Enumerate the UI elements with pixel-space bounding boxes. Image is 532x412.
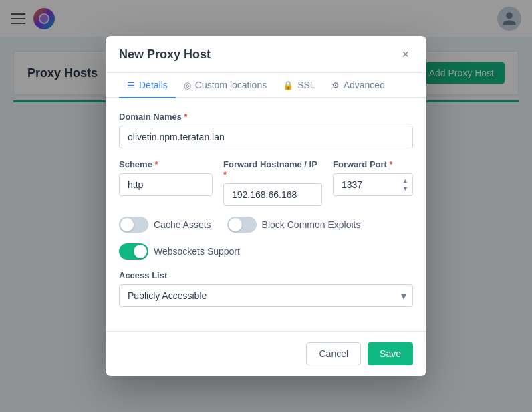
cache-assets-label: Cache Assets (154, 219, 211, 230)
access-list-select-wrapper: Publicly Accessible (119, 284, 413, 307)
required-indicator: * (184, 112, 188, 122)
websockets-toggle-item: Websockets Support (119, 243, 240, 260)
tab-advanced[interactable]: ⚙ Advanced (323, 73, 393, 98)
details-tab-icon: ☰ (127, 80, 135, 90)
domain-names-group: Domain Names * (119, 112, 413, 148)
scheme-label: Scheme * (119, 159, 213, 169)
tab-custom-locations[interactable]: ◎ Custom locations (176, 73, 275, 98)
modal-body: Domain Names * Scheme * Forward Hostname (106, 98, 426, 331)
modal-title: New Proxy Host (119, 47, 211, 62)
tab-ssl-label: SSL (297, 80, 315, 90)
forward-hostname-input[interactable] (223, 183, 322, 206)
modal-footer: Cancel Save (106, 331, 426, 376)
port-increment[interactable]: ▲ (400, 177, 410, 185)
port-arrows: ▲ ▼ (400, 177, 410, 193)
block-exploits-label: Block Common Exploits (262, 219, 361, 230)
access-list-label: Access List (119, 270, 413, 280)
websockets-toggle[interactable] (119, 243, 148, 260)
websockets-label: Websockets Support (154, 246, 240, 257)
toggles-row-1: Cache Assets Block Common Exploits (119, 217, 413, 233)
cache-assets-toggle[interactable] (119, 217, 148, 233)
port-decrement[interactable]: ▼ (400, 185, 410, 193)
forward-port-label: Forward Port * (333, 159, 413, 169)
custom-locations-tab-icon: ◎ (184, 80, 191, 90)
modal-overlay: New Proxy Host × ☰ Details ◎ Custom loca… (0, 0, 532, 412)
access-list-group: Access List Publicly Accessible (119, 270, 413, 307)
block-exploits-toggle[interactable] (227, 217, 257, 233)
cache-assets-toggle-item: Cache Assets (119, 217, 211, 233)
close-button[interactable]: × (398, 47, 413, 62)
block-exploits-toggle-item: Block Common Exploits (227, 217, 361, 233)
connection-fields-row: Scheme * Forward Hostname / IP * Forward… (119, 159, 413, 206)
toggles-row-2: Websockets Support (119, 243, 413, 260)
access-list-select[interactable]: Publicly Accessible (119, 284, 413, 307)
scheme-input[interactable] (119, 173, 213, 196)
tab-details[interactable]: ☰ Details (119, 73, 176, 98)
tab-advanced-label: Advanced (344, 80, 385, 90)
forward-hostname-col: Forward Hostname / IP * (223, 159, 322, 206)
tab-custom-locations-label: Custom locations (195, 80, 267, 90)
scheme-col: Scheme * (119, 159, 213, 206)
tab-ssl[interactable]: 🔒 SSL (275, 73, 323, 98)
forward-port-wrapper: ▲ ▼ (333, 173, 413, 196)
cancel-button[interactable]: Cancel (306, 342, 361, 365)
ssl-tab-icon: 🔒 (283, 80, 293, 90)
new-proxy-host-modal: New Proxy Host × ☰ Details ◎ Custom loca… (106, 36, 426, 376)
advanced-tab-icon: ⚙ (331, 80, 340, 90)
domain-names-label: Domain Names * (119, 112, 413, 122)
modal-header: New Proxy Host × (106, 36, 426, 73)
forward-hostname-label: Forward Hostname / IP * (223, 159, 322, 179)
domain-names-input[interactable] (119, 126, 413, 148)
forward-port-col: Forward Port * ▲ ▼ (333, 159, 413, 206)
save-button[interactable]: Save (368, 342, 413, 365)
modal-tabs: ☰ Details ◎ Custom locations 🔒 SSL ⚙ Adv… (106, 73, 426, 98)
tab-details-label: Details (139, 80, 168, 90)
